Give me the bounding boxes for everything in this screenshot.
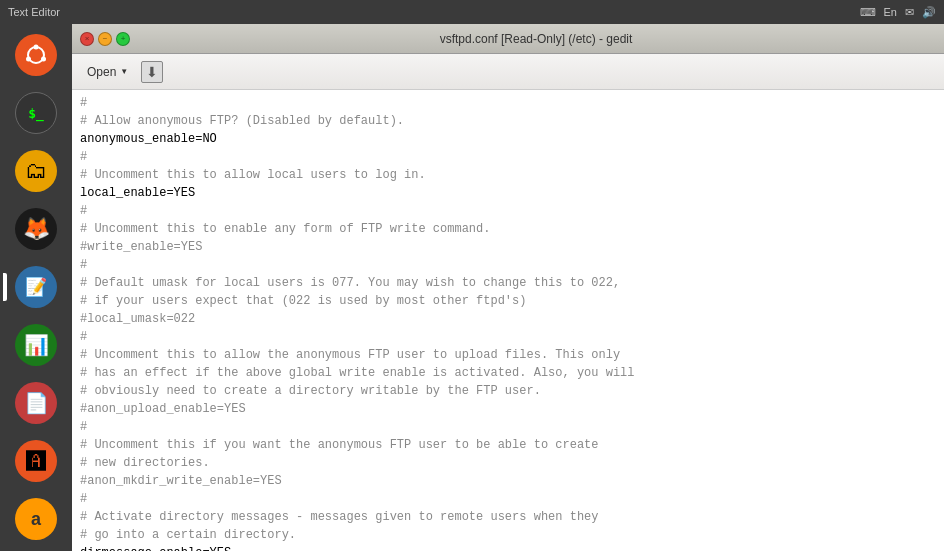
- sidebar-item-files[interactable]: 🗂: [9, 144, 63, 198]
- svg-point-3: [41, 57, 46, 62]
- sidebar-item-writer[interactable]: 📄: [9, 376, 63, 430]
- sidebar-item-terminal[interactable]: $_: [9, 86, 63, 140]
- chevron-down-icon: ▼: [120, 67, 128, 76]
- system-bar-right: ⌨ En ✉ 🔊: [860, 6, 936, 19]
- sidebar-item-calc[interactable]: 📊: [9, 318, 63, 372]
- svg-point-2: [34, 45, 39, 50]
- save-icon[interactable]: ⬇: [141, 61, 163, 83]
- system-bar: Text Editor ⌨ En ✉ 🔊: [0, 0, 944, 24]
- window-title: vsftpd.conf [Read-Only] (/etc) - gedit: [136, 32, 936, 46]
- mail-icon[interactable]: ✉: [905, 6, 914, 19]
- keyboard-icon[interactable]: ⌨: [860, 6, 876, 19]
- editor-area: × − + vsftpd.conf [Read-Only] (/etc) - g…: [72, 24, 944, 551]
- minimize-button[interactable]: −: [98, 32, 112, 46]
- maximize-button[interactable]: +: [116, 32, 130, 46]
- amazon-icon: a: [15, 498, 57, 540]
- toolbar: Open ▼ ⬇: [72, 54, 944, 90]
- svg-point-4: [26, 57, 31, 62]
- text-editor-icon: 📝: [15, 266, 57, 308]
- window-chrome: × − + vsftpd.conf [Read-Only] (/etc) - g…: [72, 24, 944, 54]
- sidebar-item-amazon[interactable]: a: [9, 492, 63, 546]
- sidebar-item-software[interactable]: 🅰: [9, 434, 63, 488]
- firefox-icon: 🦊: [15, 208, 57, 250]
- sidebar-item-text-editor[interactable]: 📝: [9, 260, 63, 314]
- system-bar-left: Text Editor: [8, 6, 60, 18]
- close-button[interactable]: ×: [80, 32, 94, 46]
- terminal-icon: $_: [15, 92, 57, 134]
- volume-icon[interactable]: 🔊: [922, 6, 936, 19]
- main-layout: $_ 🗂 🦊 📝 📊 📄 🅰 a: [0, 24, 944, 551]
- editor-content[interactable]: # # Allow anonymous FTP? (Disabled by de…: [72, 90, 944, 551]
- sidebar-item-firefox[interactable]: 🦊: [9, 202, 63, 256]
- sidebar: $_ 🗂 🦊 📝 📊 📄 🅰 a: [0, 24, 72, 551]
- files-icon: 🗂: [15, 150, 57, 192]
- calc-icon: 📊: [15, 324, 57, 366]
- window-controls: × − +: [80, 32, 130, 46]
- language-indicator[interactable]: En: [884, 6, 897, 18]
- writer-icon: 📄: [15, 382, 57, 424]
- open-button[interactable]: Open ▼: [78, 60, 137, 84]
- open-label: Open: [87, 65, 116, 79]
- software-icon: 🅰: [15, 440, 57, 482]
- ubuntu-logo-icon: [15, 34, 57, 76]
- system-bar-label: Text Editor: [8, 6, 60, 18]
- sidebar-item-ubuntu[interactable]: [9, 28, 63, 82]
